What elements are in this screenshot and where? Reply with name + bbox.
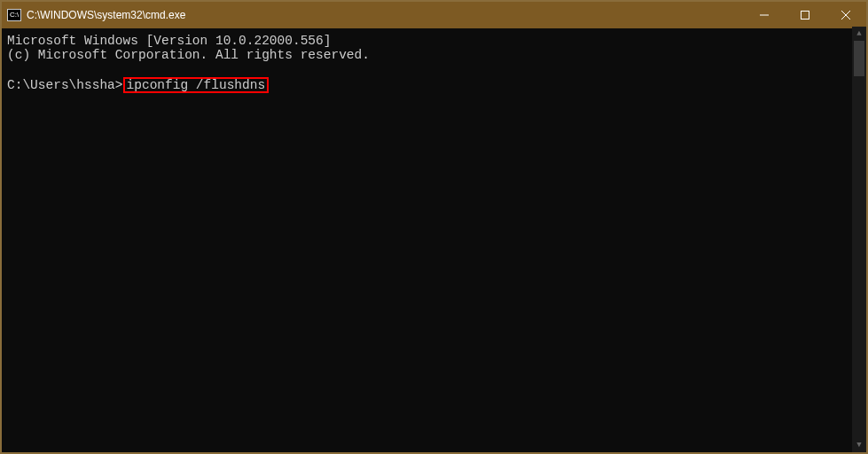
- close-button[interactable]: [825, 2, 866, 28]
- titlebar[interactable]: C:\ C:\WINDOWS\system32\cmd.exe: [2, 2, 866, 28]
- version-line: Microsoft Windows [Version 10.0.22000.55…: [7, 34, 331, 48]
- maximize-button[interactable]: [785, 2, 825, 28]
- terminal-area[interactable]: Microsoft Windows [Version 10.0.22000.55…: [2, 28, 866, 452]
- titlebar-left: C:\ C:\WINDOWS\system32\cmd.exe: [7, 9, 185, 21]
- window-title: C:\WINDOWS\system32\cmd.exe: [27, 9, 185, 21]
- command-text: ipconfig /flushdns: [127, 78, 266, 92]
- svg-rect-1: [802, 12, 809, 20]
- command-highlight: ipconfig /flushdns: [123, 77, 270, 94]
- close-icon: [841, 11, 850, 20]
- maximize-icon: [801, 11, 809, 20]
- minimize-icon: [760, 11, 769, 20]
- prompt-text: C:\Users\hssha>: [7, 78, 123, 92]
- scroll-thumb[interactable]: [854, 41, 864, 76]
- minimize-button[interactable]: [744, 2, 785, 28]
- scroll-up-arrow[interactable]: ▲: [852, 27, 866, 41]
- vertical-scrollbar[interactable]: ▲ ▼: [852, 27, 866, 452]
- scroll-down-arrow[interactable]: ▼: [852, 438, 866, 452]
- cmd-icon: C:\: [7, 9, 21, 21]
- window-controls: [744, 2, 866, 28]
- copyright-line: (c) Microsoft Corporation. All rights re…: [7, 48, 370, 62]
